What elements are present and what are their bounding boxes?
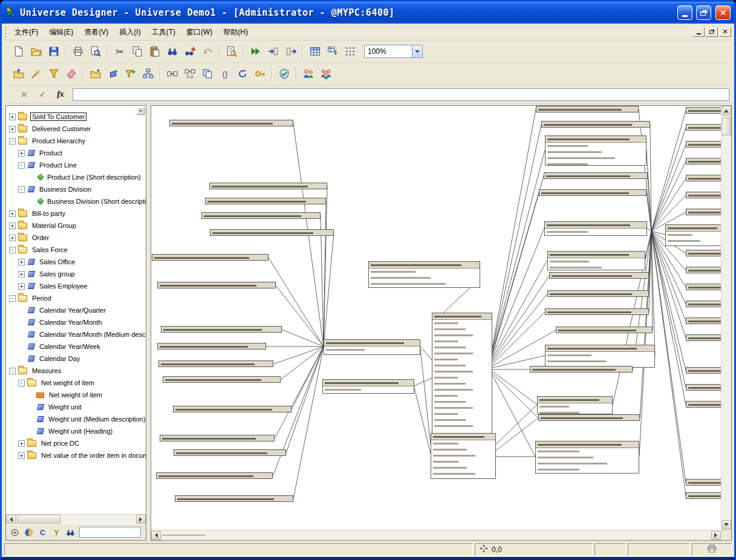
menu-grip[interactable] xyxy=(5,26,7,37)
schema-table[interactable] xyxy=(547,251,645,270)
horizontal-scrollbar[interactable] xyxy=(151,530,721,540)
schema-table[interactable] xyxy=(686,192,721,198)
collapse-icon[interactable]: - xyxy=(9,247,16,253)
schema-table[interactable] xyxy=(173,406,291,412)
schema-table[interactable] xyxy=(431,433,496,479)
insert-class-button[interactable] xyxy=(87,66,104,82)
export-button[interactable] xyxy=(282,44,299,60)
schema-table[interactable] xyxy=(686,384,721,391)
menu-tools[interactable]: 工具(T) xyxy=(146,24,181,40)
tree-item[interactable]: Weight unit (Medium description) xyxy=(6,413,146,425)
schema-table[interactable] xyxy=(156,472,273,479)
schema-table[interactable] xyxy=(686,175,721,181)
cut-button[interactable]: ✂ xyxy=(111,44,128,60)
insert-context-button[interactable]: {} xyxy=(217,66,233,82)
schema-table[interactable] xyxy=(686,250,721,256)
pane-close-button[interactable]: × xyxy=(137,107,145,115)
tree-item[interactable]: +Sales group xyxy=(6,268,146,280)
schema-table[interactable] xyxy=(530,366,633,373)
scroll-left-button[interactable] xyxy=(151,531,161,540)
hierarchy-button[interactable] xyxy=(140,66,157,82)
classes-filter-button[interactable]: C xyxy=(37,527,48,538)
schema-table[interactable] xyxy=(686,317,721,324)
tree-item[interactable]: Calendar Year/Month xyxy=(6,316,146,328)
menu-insert[interactable]: 插入(I) xyxy=(114,24,146,40)
schema-table[interactable] xyxy=(210,229,334,236)
print-button[interactable] xyxy=(70,44,86,60)
menu-window[interactable]: 窗口(W) xyxy=(181,24,218,40)
expand-icon[interactable]: + xyxy=(18,150,25,157)
schema-table[interactable] xyxy=(686,334,721,341)
tree-item[interactable]: +Bill-to party xyxy=(6,207,146,220)
scrollbar-thumb[interactable] xyxy=(722,117,731,135)
arrange-tables-button[interactable] xyxy=(324,44,341,60)
pane-splitter[interactable] xyxy=(146,105,151,541)
open-folder-button[interactable] xyxy=(10,66,27,82)
fx-icon[interactable]: fx xyxy=(54,88,67,100)
schema-table[interactable] xyxy=(157,282,276,288)
tree-item[interactable]: Business Division (Short descriptio xyxy=(6,195,146,207)
schema-table[interactable] xyxy=(161,326,282,333)
align-grid-button[interactable] xyxy=(342,44,359,60)
print-preview-button[interactable] xyxy=(87,44,104,60)
schema-table[interactable] xyxy=(205,198,326,204)
restore-button[interactable] xyxy=(696,5,711,20)
schema-table[interactable] xyxy=(209,183,327,189)
target-button[interactable] xyxy=(9,527,20,538)
schema-table[interactable] xyxy=(556,327,653,333)
insert-object-button[interactable] xyxy=(105,66,122,82)
tree-item[interactable]: +Sold To Customer xyxy=(6,111,146,123)
scroll-left-button[interactable] xyxy=(6,515,16,524)
schema-table[interactable] xyxy=(535,441,639,474)
insert-condition-button[interactable] xyxy=(122,66,139,82)
find-next-button[interactable] xyxy=(181,44,198,60)
mdi-minimize-button[interactable] xyxy=(692,27,705,37)
keys-button[interactable] xyxy=(252,66,269,82)
schema-table[interactable] xyxy=(539,189,646,196)
schema-table[interactable] xyxy=(686,209,721,215)
tree-item[interactable]: -Period xyxy=(6,292,146,304)
insert-join-button[interactable] xyxy=(164,66,181,82)
schema-table[interactable] xyxy=(686,479,721,486)
minimize-button[interactable] xyxy=(677,5,692,20)
tree-item[interactable]: +Delivered Customer xyxy=(6,123,146,135)
schema-table[interactable] xyxy=(201,212,321,219)
schema-table[interactable] xyxy=(541,121,650,128)
schema-table[interactable] xyxy=(322,379,414,394)
expand-icon[interactable]: + xyxy=(18,452,25,459)
schema-table[interactable] xyxy=(686,284,721,290)
menu-help[interactable]: 帮助(H) xyxy=(218,24,253,40)
schema-table[interactable] xyxy=(544,221,647,236)
scroll-right-button[interactable] xyxy=(711,531,721,540)
schema-table[interactable] xyxy=(686,107,721,114)
schema-table[interactable] xyxy=(686,141,721,148)
collapse-icon[interactable]: - xyxy=(9,138,16,145)
new-button[interactable] xyxy=(10,44,27,60)
tree-horizontal-scrollbar[interactable] xyxy=(6,514,146,524)
tree-item[interactable]: Product Line (Short description) xyxy=(6,171,146,183)
schema-table[interactable] xyxy=(536,106,639,112)
expand-icon[interactable]: + xyxy=(18,283,25,290)
groups-button[interactable] xyxy=(318,66,334,82)
scrollbar-track[interactable] xyxy=(722,116,731,520)
schema-table[interactable] xyxy=(324,339,420,355)
objects-filter-button[interactable]: Y xyxy=(51,527,62,538)
collapse-icon[interactable]: - xyxy=(9,368,16,374)
tree-item[interactable]: Net weight of item xyxy=(6,389,146,401)
mdi-restore-button[interactable] xyxy=(706,27,718,37)
zoom-dropdown-button[interactable] xyxy=(412,45,422,57)
scrollbar-thumb[interactable] xyxy=(17,515,60,524)
schema-table[interactable] xyxy=(368,261,480,288)
schema-table[interactable] xyxy=(163,376,281,383)
tree-item[interactable]: -Product Line xyxy=(6,159,146,171)
funnel-button[interactable] xyxy=(45,66,62,82)
tree-item[interactable]: Weight unit xyxy=(6,401,146,413)
schema-table[interactable] xyxy=(158,360,273,367)
schema-table[interactable] xyxy=(544,172,648,179)
undo-button[interactable] xyxy=(199,44,216,60)
expand-icon[interactable]: + xyxy=(9,235,16,241)
detect-cardinality-button[interactable]: 1,n xyxy=(181,66,198,82)
scroll-down-button[interactable] xyxy=(722,520,731,530)
list-mode-button[interactable] xyxy=(307,44,324,60)
schema-table[interactable] xyxy=(175,495,293,502)
